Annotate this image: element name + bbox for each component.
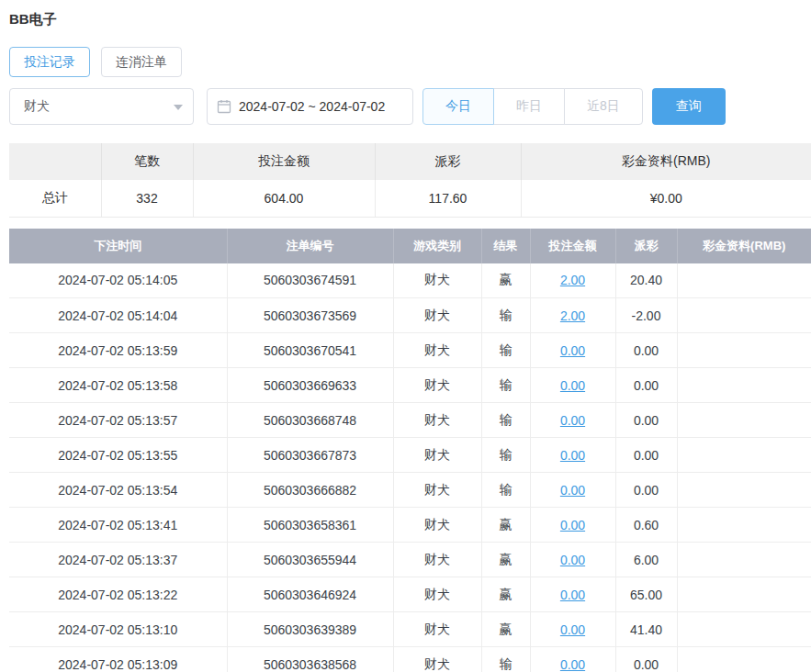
- summary-table: 笔数 投注金额 派彩 彩金资料(RMB) 总计 332 604.00 117.6…: [9, 143, 811, 218]
- bet-amount-cell: 2.00: [530, 298, 615, 333]
- game-type-cell: 财犬: [393, 298, 481, 333]
- date-range-input[interactable]: 2024-07-02 ~ 2024-07-02: [207, 88, 413, 125]
- table-row: 2024-07-02 05:13:55 5060303667873 财犬 输 0…: [9, 438, 811, 473]
- game-type-cell: 财犬: [393, 577, 481, 612]
- bet-amount-link[interactable]: 0.00: [560, 448, 585, 463]
- header-result: 结果: [481, 229, 530, 263]
- order-number-cell: 5060303646924: [227, 577, 393, 612]
- bet-amount-link[interactable]: 0.00: [560, 588, 585, 602]
- bet-amount-link[interactable]: 0.00: [560, 657, 585, 672]
- bet-amount-link[interactable]: 0.00: [560, 378, 585, 393]
- table-row: 2024-07-02 05:13:59 5060303670541 财犬 输 0…: [9, 333, 811, 368]
- bet-time-cell: 2024-07-02 05:13:55: [9, 438, 227, 473]
- bonus-cell: [677, 333, 811, 368]
- page-title: BB电子: [9, 11, 811, 28]
- bonus-cell: [677, 263, 811, 298]
- result-cell: 赢: [481, 508, 530, 543]
- payout-cell: -2.00: [615, 298, 677, 333]
- date-range-value: 2024-07-02 ~ 2024-07-02: [239, 99, 385, 114]
- result-cell: 赢: [481, 612, 530, 647]
- bet-amount-cell: 0.00: [530, 368, 615, 403]
- bet-time-cell: 2024-07-02 05:13:37: [9, 543, 227, 577]
- summary-header-bet-amount: 投注金额: [193, 143, 375, 180]
- bet-amount-link[interactable]: 0.00: [560, 413, 585, 428]
- bet-amount-link[interactable]: 2.00: [560, 273, 585, 287]
- summary-header-empty: [9, 143, 101, 180]
- game-type-cell: 财犬: [393, 612, 481, 647]
- summary-header-count: 笔数: [101, 143, 193, 180]
- summary-header-row: 笔数 投注金额 派彩 彩金资料(RMB): [9, 143, 811, 180]
- bet-amount-link[interactable]: 2.00: [560, 308, 585, 323]
- calendar-icon: [217, 99, 231, 114]
- bet-time-cell: 2024-07-02 05:13:22: [9, 577, 227, 612]
- result-cell: 输: [481, 647, 530, 672]
- game-type-cell: 财犬: [393, 403, 481, 438]
- bonus-cell: [677, 543, 811, 577]
- table-row: 2024-07-02 05:13:41 5060303658361 财犬 赢 0…: [9, 508, 811, 543]
- game-type-cell: 财犬: [393, 508, 481, 543]
- bet-amount-link[interactable]: 0.00: [560, 553, 585, 567]
- game-select[interactable]: 财犬: [9, 88, 194, 125]
- bonus-cell: [677, 473, 811, 508]
- bet-time-cell: 2024-07-02 05:13:41: [9, 508, 227, 543]
- result-cell: 输: [481, 333, 530, 368]
- bet-time-cell: 2024-07-02 05:13:59: [9, 333, 227, 368]
- quick-date-buttons: 今日 昨日 近8日: [422, 88, 643, 125]
- bet-amount-link[interactable]: 0.00: [560, 343, 585, 358]
- result-cell: 赢: [481, 577, 530, 612]
- payout-cell: 0.00: [615, 647, 677, 672]
- bet-time-cell: 2024-07-02 05:13:57: [9, 403, 227, 438]
- payout-cell: 41.40: [615, 612, 677, 647]
- summary-total-bonus: ¥0.00: [521, 180, 811, 217]
- bet-time-cell: 2024-07-02 05:14:04: [9, 298, 227, 333]
- game-type-cell: 财犬: [393, 647, 481, 672]
- payout-cell: 0.60: [615, 508, 677, 543]
- last-8-days-button[interactable]: 近8日: [564, 88, 643, 125]
- search-button[interactable]: 查询: [652, 88, 726, 125]
- bet-amount-cell: 2.00: [530, 263, 615, 298]
- bonus-cell: [677, 368, 811, 403]
- bonus-cell: [677, 508, 811, 543]
- bet-amount-cell: 0.00: [530, 577, 615, 612]
- bet-time-cell: 2024-07-02 05:13:10: [9, 612, 227, 647]
- bet-amount-cell: 0.00: [530, 612, 615, 647]
- payout-cell: 0.00: [615, 333, 677, 368]
- table-row: 2024-07-02 05:14:05 5060303674591 财犬 赢 2…: [9, 263, 811, 298]
- header-order-number: 注单编号: [227, 229, 393, 263]
- table-row: 2024-07-02 05:13:22 5060303646924 财犬 赢 0…: [9, 577, 811, 612]
- bet-amount-cell: 0.00: [530, 403, 615, 438]
- summary-total-label: 总计: [9, 180, 101, 217]
- tab-bet-records[interactable]: 投注记录: [9, 47, 90, 77]
- game-type-cell: 财犬: [393, 543, 481, 577]
- order-number-cell: 5060303669633: [227, 368, 393, 403]
- tab-cancelled-orders[interactable]: 连消注单: [101, 47, 182, 77]
- header-bet-amount: 投注金额: [530, 229, 615, 263]
- summary-header-payout: 派彩: [375, 143, 521, 180]
- order-number-cell: 5060303639389: [227, 612, 393, 647]
- game-type-cell: 财犬: [393, 438, 481, 473]
- bet-time-cell: 2024-07-02 05:14:05: [9, 263, 227, 298]
- today-button[interactable]: 今日: [422, 88, 494, 125]
- result-cell: 赢: [481, 263, 530, 298]
- yesterday-button[interactable]: 昨日: [493, 88, 565, 125]
- table-row: 2024-07-02 05:13:09 5060303638568 财犬 输 0…: [9, 647, 811, 672]
- header-bet-time: 下注时间: [9, 229, 227, 263]
- result-cell: 输: [481, 298, 530, 333]
- payout-cell: 0.00: [615, 368, 677, 403]
- header-game-type: 游戏类别: [393, 229, 481, 263]
- bet-time-cell: 2024-07-02 05:13:54: [9, 473, 227, 508]
- payout-cell: 0.00: [615, 473, 677, 508]
- table-row: 2024-07-02 05:14:04 5060303673569 财犬 输 2…: [9, 298, 811, 333]
- payout-cell: 0.00: [615, 438, 677, 473]
- bonus-cell: [677, 577, 811, 612]
- bet-amount-link[interactable]: 0.00: [560, 518, 585, 532]
- table-row: 2024-07-02 05:13:58 5060303669633 财犬 输 0…: [9, 368, 811, 403]
- summary-total-row: 总计 332 604.00 117.60 ¥0.00: [9, 180, 811, 217]
- records-header-row: 下注时间 注单编号 游戏类别 结果 投注金额 派彩 彩金资料(RMB): [9, 229, 811, 263]
- game-type-cell: 财犬: [393, 473, 481, 508]
- summary-total-bet-amount: 604.00: [193, 180, 375, 217]
- bet-amount-link[interactable]: 0.00: [560, 622, 585, 637]
- table-row: 2024-07-02 05:13:37 5060303655944 财犬 赢 0…: [9, 543, 811, 577]
- bet-amount-link[interactable]: 0.00: [560, 483, 585, 498]
- table-row: 2024-07-02 05:13:57 5060303668748 财犬 输 0…: [9, 403, 811, 438]
